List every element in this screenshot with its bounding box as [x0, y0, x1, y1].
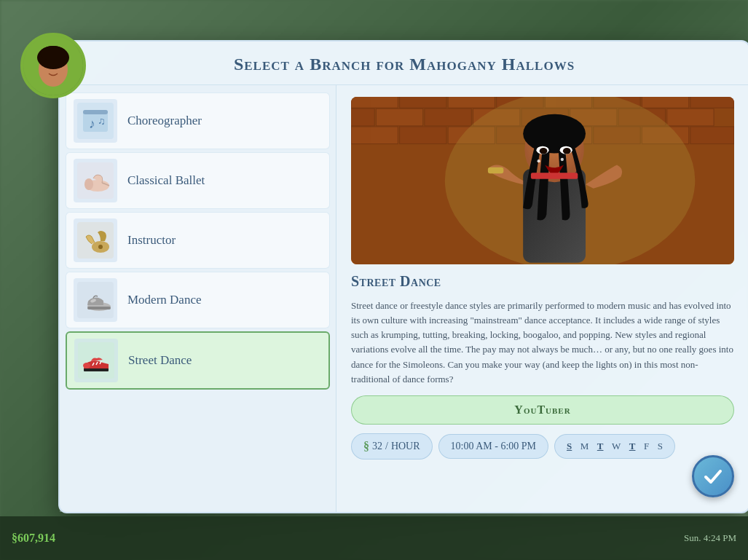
taskbar: §607,914 Sun. 4:24 PM [0, 516, 748, 560]
svg-rect-51 [690, 127, 734, 144]
time-display: Sun. 4:24 PM [684, 532, 736, 544]
day-s1: S [567, 441, 572, 452]
svg-rect-45 [400, 127, 446, 144]
svg-rect-63 [488, 167, 503, 174]
salary-unit: / [385, 441, 388, 452]
svg-rect-28 [351, 97, 398, 108]
branch-item-modern-dance[interactable]: Modern Dance [66, 272, 330, 328]
day-w: W [612, 441, 621, 452]
instructor-label: Instructor [127, 233, 176, 248]
day-t2: T [629, 441, 636, 452]
svg-rect-34 [642, 97, 688, 108]
svg-text:♫: ♫ [98, 116, 106, 127]
svg-point-4 [47, 65, 51, 68]
stats-row: § 32 / HOUR 10:00 AM - 6:00 PM S M T W T… [351, 433, 734, 460]
svg-point-61 [561, 158, 564, 161]
svg-rect-43 [667, 109, 714, 126]
street-dance-label: Street Dance [128, 353, 192, 368]
svg-point-3 [40, 46, 66, 60]
money-display: §607,914 [12, 532, 55, 545]
hours-badge: 10:00 AM - 6:00 PM [438, 434, 548, 459]
classical-ballet-label: Classical Ballet [127, 173, 205, 188]
checkmark-icon [702, 465, 724, 487]
choreographer-icon: ♪ ♫ [74, 99, 117, 143]
day-s2: S [658, 441, 663, 452]
days-badge: S M T W T F S [554, 434, 675, 459]
detail-name: Street Dance [351, 273, 734, 290]
svg-rect-19 [87, 307, 111, 309]
day-f: F [644, 441, 649, 452]
svg-point-59 [563, 148, 571, 154]
svg-text:♪: ♪ [89, 117, 95, 131]
svg-rect-35 [690, 97, 734, 108]
svg-rect-38 [425, 109, 471, 126]
svg-point-58 [540, 148, 548, 154]
svg-rect-29 [400, 97, 446, 108]
salary-value: 32 [372, 441, 382, 452]
branch-selection-modal: Select a Branch for Mahogany Hallows ♪ ♫ [58, 40, 748, 513]
branch-item-classical-ballet[interactable]: Classical Ballet [66, 152, 330, 209]
day-m: M [580, 441, 589, 452]
ballet-icon [74, 159, 117, 202]
svg-point-13 [84, 178, 93, 190]
detail-panel: Street Dance Street dance or freestyle d… [336, 85, 748, 512]
instructor-icon [74, 218, 117, 262]
branch-item-street-dance[interactable]: Street Dance [66, 331, 330, 390]
modal-title: Select a Branch for Mahogany Hallows [234, 55, 575, 74]
branch-list: ♪ ♫ Choreographer [60, 85, 336, 512]
svg-point-60 [537, 159, 540, 162]
modal-body: ♪ ♫ Choreographer [60, 85, 748, 512]
detail-illustration [351, 97, 734, 264]
detail-image [351, 97, 734, 264]
svg-rect-62 [531, 173, 578, 179]
svg-rect-30 [448, 97, 495, 108]
svg-point-26 [83, 363, 90, 368]
svg-rect-14 [77, 222, 114, 259]
salary-badge: § 32 / HOUR [351, 433, 433, 460]
svg-point-55 [523, 114, 586, 154]
street-dance-icon [74, 339, 118, 382]
avatar-svg [23, 36, 83, 95]
currency-symbol: § [363, 440, 369, 453]
branch-item-choreographer[interactable]: ♪ ♫ Choreographer [66, 92, 330, 149]
detail-description: Street dance or freestyle dance styles a… [351, 299, 734, 387]
employer-badge: YouTuber [351, 395, 734, 425]
svg-point-5 [55, 65, 60, 68]
branch-item-instructor[interactable]: Instructor [66, 212, 330, 269]
svg-rect-8 [83, 110, 108, 114]
modern-dance-icon [74, 278, 117, 322]
svg-rect-36 [351, 109, 374, 126]
modern-dance-label: Modern Dance [127, 293, 202, 307]
confirm-button[interactable] [692, 455, 734, 497]
modal-header: Select a Branch for Mahogany Hallows [60, 42, 748, 85]
svg-point-16 [98, 245, 103, 249]
day-t1: T [597, 441, 604, 452]
svg-rect-37 [376, 109, 422, 126]
svg-rect-22 [84, 368, 109, 371]
salary-unit-label: HOUR [391, 441, 420, 452]
choreographer-label: Choreographer [127, 114, 202, 128]
avatar [20, 33, 86, 98]
svg-rect-44 [351, 127, 398, 144]
